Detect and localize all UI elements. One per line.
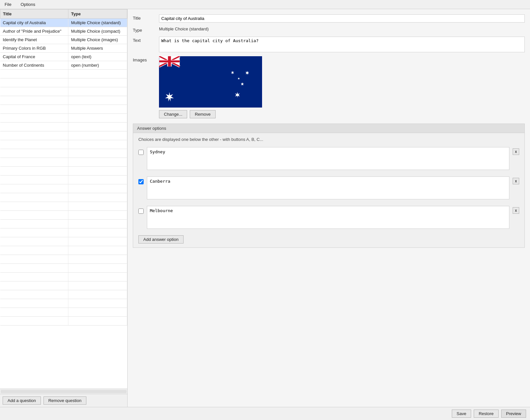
type-label: Type (133, 26, 159, 33)
table-row (0, 273, 127, 281)
type-row: Type Multiple Choice (standard) (133, 26, 525, 33)
answer-options-list: xxx (138, 147, 519, 229)
answer-options-section: Answer options Choices are displayed one… (133, 124, 525, 248)
table-row[interactable]: Number of Continentsopen (number) (0, 61, 127, 70)
table-row (0, 114, 127, 123)
answer-text-2[interactable] (147, 206, 509, 229)
answer-checkbox-2[interactable] (138, 209, 144, 214)
question-title-cell: Number of Continents (0, 61, 68, 70)
table-row (0, 131, 127, 140)
table-row (0, 246, 127, 255)
restore-button[interactable]: Restore (474, 410, 499, 418)
answer-options-body: Choices are displayed one below the othe… (133, 133, 524, 247)
image-buttons: Change... Remove (159, 110, 525, 118)
col-title: Title (0, 9, 68, 19)
horizontal-scrollbar[interactable] (0, 389, 127, 394)
table-row (0, 105, 127, 114)
question-title-cell: Author of "Pride and Prejudice" (0, 27, 68, 36)
table-row (0, 158, 127, 167)
text-input[interactable] (159, 37, 525, 52)
question-type-cell: open (number) (68, 61, 127, 70)
table-row (0, 264, 127, 273)
table-row (0, 140, 127, 149)
add-answer-button[interactable]: Add answer option (138, 235, 184, 244)
text-row: Text (133, 37, 525, 52)
scroll-track (1, 390, 127, 393)
answer-text-0[interactable] (147, 147, 509, 170)
question-table: Title Type Capital city of AustraliaMult… (0, 9, 127, 389)
question-type-cell: Multiple Choice (compact) (68, 27, 127, 36)
table-row (0, 317, 127, 326)
question-title-cell: Capital city of Australia (0, 19, 68, 27)
question-title-cell: Primary Colors in RGB (0, 44, 68, 53)
question-title-cell: Capital of France (0, 53, 68, 61)
bottom-bar: Save Restore Preview (0, 407, 530, 420)
images-label: Images (133, 56, 159, 62)
change-image-button[interactable]: Change... (159, 110, 187, 118)
image-content: Change... Remove (159, 56, 525, 118)
title-row: Title (133, 14, 525, 23)
table-row (0, 167, 127, 176)
table-row (0, 70, 127, 78)
answer-checkbox-1[interactable] (138, 179, 144, 184)
table-row (0, 96, 127, 105)
file-menu[interactable]: File (3, 1, 13, 8)
question-type-cell: Multiple Choice (images) (68, 36, 127, 44)
col-type: Type (68, 9, 127, 19)
answer-option-row: x (138, 147, 519, 170)
table-row (0, 149, 127, 158)
text-label: Text (133, 37, 159, 43)
answer-remove-btn-1[interactable]: x (513, 178, 519, 184)
title-label: Title (133, 14, 159, 21)
right-panel: Title Type Multiple Choice (standard) Te… (128, 9, 530, 407)
table-row (0, 78, 127, 87)
question-type-cell: open (text) (68, 53, 127, 61)
answer-text-1[interactable] (147, 176, 509, 199)
table-row (0, 184, 127, 193)
table-row[interactable]: Author of "Pride and Prejudice"Multiple … (0, 27, 127, 36)
table-row (0, 211, 127, 220)
answer-option-row: x (138, 176, 519, 199)
question-type-cell: Multiple Choice (standard) (68, 19, 127, 27)
title-input[interactable] (159, 14, 525, 23)
main-container: Title Type Capital city of AustraliaMult… (0, 9, 530, 407)
answer-remove-btn-2[interactable]: x (513, 207, 519, 214)
type-value: Multiple Choice (standard) (159, 26, 525, 31)
table-row (0, 202, 127, 211)
table-row[interactable]: Capital city of AustraliaMultiple Choice… (0, 19, 127, 27)
menubar: File Options (0, 0, 530, 9)
table-row[interactable]: Primary Colors in RGBMultiple Answers (0, 44, 127, 53)
svg-rect-12 (159, 60, 180, 62)
left-panel: Title Type Capital city of AustraliaMult… (0, 9, 128, 407)
images-row: Images (133, 56, 525, 118)
left-bottom-bar: Add a questionRemove question (0, 394, 127, 407)
answer-checkbox-0[interactable] (138, 150, 144, 155)
table-row (0, 193, 127, 202)
answer-option-row: x (138, 206, 519, 229)
table-row (0, 220, 127, 228)
options-menu[interactable]: Options (19, 1, 37, 8)
flag-image (159, 56, 262, 108)
preview-button[interactable]: Preview (501, 410, 526, 418)
table-row (0, 123, 127, 131)
table-row[interactable]: Capital of Franceopen (text) (0, 53, 127, 61)
answer-options-header: Answer options (133, 124, 524, 133)
table-row (0, 290, 127, 299)
save-button[interactable]: Save (452, 410, 471, 418)
answer-remove-btn-0[interactable]: x (513, 148, 519, 155)
question-type-cell: Multiple Answers (68, 44, 127, 53)
remove-question-button[interactable]: Remove question (44, 396, 86, 405)
add-question-button[interactable]: Add a question (3, 396, 41, 405)
table-row (0, 255, 127, 264)
table-row (0, 299, 127, 308)
table-row[interactable]: Identify the PlanetMultiple Choice (imag… (0, 36, 127, 44)
table-row (0, 176, 127, 184)
remove-image-button[interactable]: Remove (190, 110, 215, 118)
table-row (0, 237, 127, 246)
table-row (0, 228, 127, 237)
table-row (0, 281, 127, 290)
question-title-cell: Identify the Planet (0, 36, 68, 44)
table-row (0, 308, 127, 317)
choices-hint: Choices are displayed one below the othe… (138, 137, 519, 142)
table-row (0, 87, 127, 96)
